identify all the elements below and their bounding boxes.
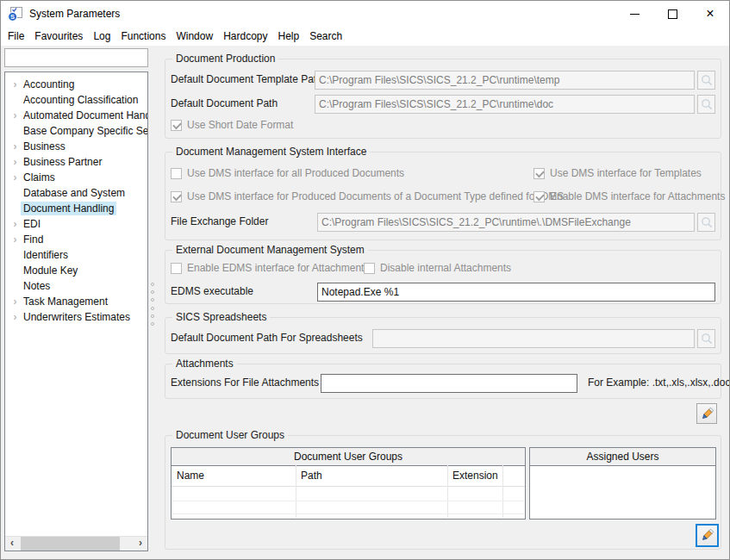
tree-item[interactable]: Base Company Specific Settings: [5, 123, 147, 139]
chevron-right-icon: [9, 216, 21, 232]
tree-item[interactable]: Accounting Classification: [5, 92, 147, 108]
group-title: Document User Groups: [172, 429, 288, 441]
use-short-date-checkbox: [171, 120, 182, 131]
pencil-icon: [700, 407, 714, 421]
scroll-right-icon[interactable]: ›: [134, 537, 147, 551]
tree-item[interactable]: Business: [5, 139, 147, 154]
tree-item[interactable]: Identifiers: [5, 247, 147, 263]
search-input[interactable]: [13, 50, 150, 65]
dms-templates-label: Use DMS interface for Templates: [550, 167, 702, 179]
tree-item-label: Claims: [21, 171, 58, 184]
group-sics-spreadsheets: SICS Spreadsheets Default Document Path …: [165, 317, 721, 354]
tree-item-label: Automated Document Handling: [21, 109, 147, 122]
extensions-field[interactable]: [321, 374, 577, 393]
column-header-name[interactable]: Name: [172, 466, 296, 486]
tree-item[interactable]: Document Handling: [5, 201, 147, 216]
template-path-field: [315, 71, 695, 90]
document-path-field: [315, 95, 695, 114]
sidebar-splitter[interactable]: [149, 283, 155, 326]
scroll-left-icon[interactable]: ‹: [5, 537, 19, 551]
group-title: Document Management System Interface: [172, 146, 370, 158]
menu-item[interactable]: Window: [171, 27, 218, 46]
column-header-path[interactable]: Path: [296, 466, 447, 486]
dms-templates-checkbox: [533, 168, 545, 179]
edms-executable-field[interactable]: [317, 283, 715, 302]
dms-attachments-label: Enable DMS interface for Attachments: [550, 190, 725, 202]
spreadsheets-path-label: Default Document Path For Spreadsheets: [171, 332, 363, 344]
tree-item-label: Identifiers: [21, 248, 71, 262]
group-title: SICS Spreadsheets: [172, 311, 270, 323]
tree-item-label: Find: [21, 233, 46, 246]
tree-item-label: Database and System: [21, 186, 128, 200]
parameter-tree-panel: Accounting Accounting Classification Aut…: [4, 72, 148, 551]
menu-item[interactable]: File: [3, 27, 29, 46]
browse-template-path-button: [697, 71, 715, 90]
assigned-users-list[interactable]: Assigned Users: [529, 447, 716, 520]
tree-horizontal-scrollbar[interactable]: ‹ ›: [5, 536, 147, 551]
document-user-groups-table[interactable]: Document User Groups Name Path Extension: [171, 447, 526, 520]
tree-item-label: Accounting Classification: [21, 93, 140, 107]
tree-item[interactable]: Module Key: [5, 263, 147, 278]
assigned-users-header: Assigned Users: [530, 448, 715, 466]
tree-item[interactable]: Business Partner: [5, 154, 147, 170]
app-icon: S: [8, 7, 23, 22]
extensions-example-text: For Example: .txt,.xls,.xlsx,.doc: [588, 376, 730, 389]
close-button[interactable]: ×: [691, 1, 729, 27]
chevron-right-icon: [9, 139, 21, 154]
tree-item[interactable]: Database and System: [5, 185, 147, 201]
close-icon: ×: [706, 7, 714, 21]
chevron-right-icon: [9, 170, 21, 185]
menu-item[interactable]: Log: [88, 27, 115, 46]
edms-attachments-checkbox: [171, 263, 182, 274]
chevron-right-icon: [9, 232, 21, 247]
chevron-right-icon: [9, 77, 21, 92]
browse-document-path-button: [697, 95, 715, 114]
menu-bar: FileFavouritesLogFunctionsWindowHardcopy…: [1, 27, 729, 46]
pencil-icon: [700, 528, 714, 543]
edms-executable-label: EDMS executable: [171, 285, 253, 297]
tree-item[interactable]: Find: [5, 232, 147, 247]
tree-item[interactable]: Task Management: [5, 294, 147, 309]
dms-doc-type-label: Use DMS interface for Produced Documents…: [187, 190, 564, 202]
group-document-production: Document Production Default Document Tem…: [165, 59, 721, 139]
menu-item[interactable]: Help: [272, 27, 304, 46]
window-title: System Parameters: [29, 8, 120, 20]
tree-item[interactable]: Notes: [5, 278, 147, 294]
column-header-extension[interactable]: Extension: [447, 466, 502, 486]
scrollbar-thumb[interactable]: [21, 537, 120, 551]
group-title: External Document Management System: [172, 244, 368, 256]
group-dms-interface: Document Management System Interface Use…: [165, 152, 721, 240]
menu-item[interactable]: Search: [304, 27, 347, 46]
dms-all-produced-checkbox: [171, 168, 182, 179]
chevron-right-icon: [9, 108, 21, 123]
group-title: Attachments: [172, 358, 237, 370]
edit-user-groups-button[interactable]: [696, 524, 719, 547]
tree-item[interactable]: EDI: [5, 216, 147, 232]
assigned-users-body[interactable]: [531, 466, 714, 518]
tree-item[interactable]: Automated Document Handling: [5, 108, 147, 123]
menu-item[interactable]: Functions: [115, 27, 171, 46]
tree-item[interactable]: Underwriters Estimates: [5, 309, 147, 325]
tree-item-label: Business: [21, 140, 68, 153]
dms-attachments-checkbox: [533, 191, 545, 202]
menu-item[interactable]: Favourites: [29, 27, 88, 46]
spreadsheets-path-field: [372, 329, 695, 348]
scrollbar-track[interactable]: [19, 537, 134, 551]
maximize-button[interactable]: [653, 1, 691, 27]
sidebar-search-box: [4, 48, 148, 67]
edit-parameters-button[interactable]: [696, 403, 717, 424]
dms-all-produced-label: Use DMS interface for all Produced Docum…: [187, 167, 404, 179]
disable-internal-attachments-label: Disable internal Attachments: [380, 262, 511, 274]
magnifier-icon: [701, 98, 713, 110]
tree-item[interactable]: Claims: [5, 170, 147, 185]
use-short-date-label: Use Short Date Format: [187, 119, 293, 131]
menu-item[interactable]: Hardcopy: [218, 27, 272, 46]
tree-item-label: Notes: [21, 279, 53, 293]
tree-item-label: EDI: [21, 217, 43, 231]
file-exchange-folder-label: File Exchange Folder: [171, 215, 268, 227]
tree-item[interactable]: Accounting: [5, 77, 147, 92]
minimize-button[interactable]: [615, 1, 653, 27]
dms-doc-type-checkbox: [171, 191, 182, 202]
magnifier-icon: [701, 74, 713, 86]
tree-item-label: Base Company Specific Settings: [21, 124, 147, 138]
